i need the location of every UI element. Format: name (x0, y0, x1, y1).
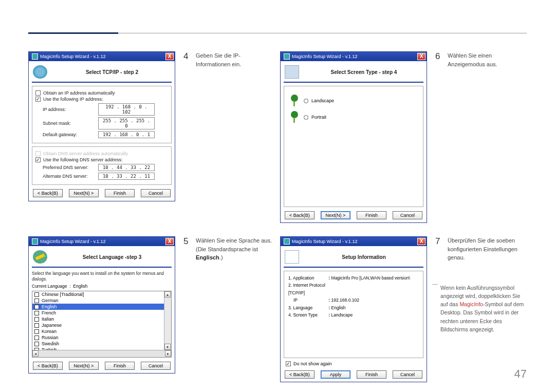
subnet-label: Subnet mask: (43, 121, 98, 126)
language-label: Japanese (42, 323, 62, 328)
language-label: German (42, 298, 59, 303)
close-icon[interactable]: X (417, 238, 425, 245)
ip-address-field[interactable]: 192 . 168 . 0 . 102 (98, 103, 155, 116)
language-option[interactable]: Korean (32, 328, 164, 334)
landscape-option[interactable]: Landscape (289, 95, 418, 107)
checkbox-icon (34, 292, 39, 297)
preferred-dns-field[interactable]: 10 . 44 . 33 . 22 (98, 164, 155, 171)
monitor-icon (285, 65, 299, 79)
language-label: Chinese [Traditional] (42, 292, 84, 297)
language-option[interactable]: Chinese [Traditional] (32, 291, 164, 297)
language-instruction: Select the language you want to install … (32, 271, 172, 282)
next-button[interactable]: Next(N) > (321, 211, 350, 219)
finish-button[interactable]: Finish (105, 189, 135, 197)
portrait-option[interactable]: Portrait (289, 111, 418, 123)
step6-text: Wählen Sie einen Anzeigemodus aus. (448, 51, 527, 68)
language-option[interactable]: French (32, 310, 164, 316)
close-icon[interactable]: X (417, 53, 425, 60)
close-icon[interactable]: X (165, 53, 174, 60)
do-not-show-checkbox[interactable]: ✓Do not show again (286, 361, 423, 366)
close-icon[interactable]: X (165, 238, 174, 245)
finish-button[interactable]: Finish (357, 211, 386, 219)
setup-info-area: 1. Application : MagicInfo Pro [LAN,WAN … (284, 271, 423, 358)
cancel-button[interactable]: Cancel (393, 211, 422, 219)
step-header: Select Language -step 3 (52, 254, 172, 260)
checkbox-icon (34, 323, 39, 328)
gateway-label: Default gateway: (43, 132, 98, 137)
language-option[interactable]: Russian (32, 334, 164, 341)
scroll-up-icon[interactable]: ▴ (164, 291, 171, 297)
cancel-button[interactable]: Cancel (393, 370, 422, 379)
language-label: French (42, 310, 56, 315)
use-following-ip-checkbox[interactable]: ✓Use the following IP address: (35, 97, 168, 102)
checkbox-icon (34, 305, 39, 309)
app-icon (284, 53, 290, 60)
language-label: Italian (42, 316, 54, 322)
step5-number: 5 (183, 236, 196, 247)
back-button[interactable]: < Back(B) (33, 189, 63, 197)
titlebar: MagicInfo Setup Wizard - v.1.12 X (281, 237, 427, 246)
step7-number: 7 (435, 236, 448, 247)
preferred-dns-label: Preferred DNS server: (43, 165, 98, 170)
apply-button[interactable]: Apply (321, 370, 350, 379)
step5-text: Wählen Sie eine Sprache aus. (Die Standa… (196, 236, 275, 262)
header-accent (28, 32, 118, 34)
alternate-dns-label: Alternate DNS server: (43, 174, 98, 179)
language-icon (33, 250, 47, 264)
titlebar: MagicInfo Setup Wizard - v.1.12 X (29, 52, 175, 61)
subnet-field[interactable]: 255 . 255 . 255 . 0 (98, 117, 155, 129)
app-icon (32, 53, 38, 60)
checkbox-icon (34, 298, 39, 303)
tree-icon (289, 95, 300, 107)
step4-number: 4 (183, 51, 196, 62)
window-title: MagicInfo Setup Wizard - v.1.12 (40, 239, 165, 244)
language-label: Swedish (42, 341, 59, 346)
scroll-left-icon[interactable]: ◂ (32, 350, 39, 357)
info-row: 4. Screen Type : Landscape (288, 311, 419, 319)
back-button[interactable]: < Back(B) (285, 370, 314, 379)
scroll-right-icon[interactable]: ▸ (165, 350, 171, 357)
wizard-step4: MagicInfo Setup Wizard - v.1.12 X Select… (28, 51, 175, 201)
ip-group: Obtain an IP address automatically ✓Use … (32, 86, 172, 143)
finish-button[interactable]: Finish (105, 362, 135, 370)
radio-icon (304, 115, 308, 120)
cancel-button[interactable]: Cancel (141, 189, 171, 197)
cancel-button[interactable]: Cancel (141, 362, 171, 370)
language-option[interactable]: Swedish (32, 341, 164, 347)
info-icon (285, 250, 299, 264)
titlebar: MagicInfo Setup Wizard - v.1.12 X (281, 52, 427, 61)
portrait-label: Portrait (311, 115, 326, 120)
finish-button[interactable]: Finish (357, 370, 386, 379)
alternate-dns-field[interactable]: 10 . 33 . 22 . 11 (98, 173, 155, 180)
radio-icon (304, 99, 308, 103)
next-button[interactable]: Next(N) > (69, 362, 99, 370)
language-option[interactable]: Japanese (32, 322, 164, 328)
gateway-field[interactable]: 192 . 168 . 0 . 1 (98, 131, 155, 138)
back-button[interactable]: < Back(B) (33, 362, 63, 370)
language-option[interactable]: English (32, 304, 164, 310)
scrollbar-vertical[interactable]: ▴ ▾ (164, 291, 171, 350)
info-row: 1. Application : MagicInfo Pro [LAN,WAN … (288, 274, 419, 282)
next-button[interactable]: Next(N) > (69, 189, 99, 197)
step4-text: Geben Sie die IP-Informationen ein. (196, 51, 275, 68)
use-following-dns-checkbox[interactable]: ✓Use the following DNS server address: (35, 157, 168, 162)
tree-icon (289, 111, 300, 123)
language-option[interactable]: German (32, 297, 164, 304)
app-icon (284, 238, 290, 245)
window-title: MagicInfo Setup Wizard - v.1.12 (292, 54, 417, 59)
back-button[interactable]: < Back(B) (285, 211, 314, 219)
content-grid: MagicInfo Setup Wizard - v.1.12 X Select… (28, 51, 532, 382)
globe-icon (33, 65, 47, 79)
language-option[interactable]: Italian (32, 316, 164, 322)
checkbox-icon (34, 335, 39, 340)
step-header: Select Screen Type - step 4 (304, 69, 423, 75)
scroll-down-icon[interactable]: ▾ (164, 344, 171, 350)
obtain-ip-auto-checkbox[interactable]: Obtain an IP address automatically (35, 90, 168, 96)
wizard-step7: MagicInfo Setup Wizard - v.1.12 X Setup … (280, 236, 427, 382)
ip-address-label: IP address: (43, 107, 98, 112)
footnote: Wenn kein Ausführungssymbol angezeigt wi… (435, 284, 527, 334)
language-label: Korean (42, 329, 57, 334)
dns-group: Obtain DNS server address automatically … (32, 146, 172, 185)
scrollbar-horizontal[interactable]: ◂ ▸ (32, 350, 171, 357)
language-listbox[interactable]: Chinese [Traditional]GermanEnglishFrench… (32, 291, 172, 358)
